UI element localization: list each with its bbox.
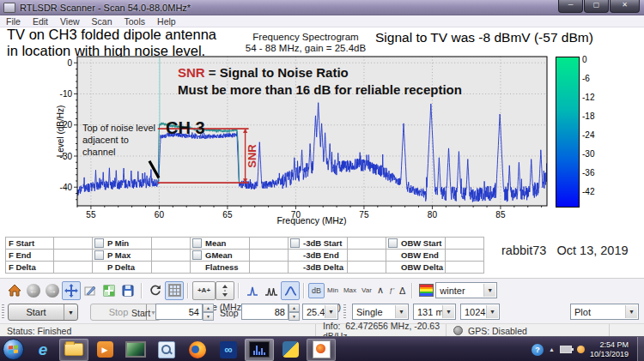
gain-arrow-icon: ▼ bbox=[325, 305, 337, 318]
save-icon[interactable] bbox=[118, 281, 137, 300]
dwell-select[interactable]: 131 ms ▼ bbox=[413, 304, 456, 320]
tray-help-icon[interactable]: ? bbox=[532, 344, 544, 356]
delta-button[interactable]: Δ bbox=[397, 283, 408, 298]
derivative-button[interactable]: ƒ' bbox=[386, 283, 397, 298]
meas-label-p-delta: P Delta bbox=[107, 262, 135, 272]
menu-item-tools[interactable]: Tools bbox=[118, 16, 152, 27]
colorbar-tick-label: -36 bbox=[582, 168, 594, 177]
colorbar bbox=[556, 57, 580, 208]
mode-select[interactable]: Single ▼ bbox=[352, 304, 409, 320]
show-desktop-button[interactable] bbox=[637, 337, 644, 361]
autorange-x-button[interactable]: +A+ bbox=[192, 281, 216, 300]
range-start-input[interactable]: 54 bbox=[155, 304, 203, 320]
taskbar-search-icon[interactable] bbox=[152, 339, 181, 361]
back-icon[interactable]: ← bbox=[24, 281, 43, 300]
tray-battery-icon[interactable] bbox=[560, 346, 572, 353]
tray-show-hidden-icons[interactable]: ▲ bbox=[549, 346, 555, 352]
refresh-icon[interactable] bbox=[146, 281, 165, 300]
menu-item-scan[interactable]: Scan bbox=[86, 16, 118, 27]
taskbar-firefox-icon[interactable] bbox=[183, 339, 212, 361]
checkbox-mean[interactable] bbox=[192, 238, 202, 248]
configure-subplots-icon[interactable] bbox=[100, 281, 118, 300]
checkbox-obw-start[interactable] bbox=[388, 238, 398, 248]
menu-item-help[interactable]: Help bbox=[151, 16, 182, 27]
meas-label-obw-end: OBW End bbox=[401, 250, 439, 260]
smoothing-icon[interactable] bbox=[281, 281, 300, 300]
min-trace-button[interactable]: Min bbox=[325, 283, 341, 298]
home-icon[interactable] bbox=[5, 281, 24, 300]
checkbox-p-max[interactable] bbox=[94, 250, 104, 260]
window-title: RTLSDR Scanner - Scan 54.0-88.0MHz* bbox=[20, 3, 191, 13]
meas-value-obw-start bbox=[445, 237, 484, 250]
table-row: F Delta bbox=[6, 262, 93, 274]
zoom-rect-icon[interactable] bbox=[81, 281, 100, 300]
minimize-button[interactable]: ─ bbox=[558, 0, 583, 13]
grid-toggle-icon[interactable] bbox=[165, 281, 184, 300]
controls-gripper[interactable] bbox=[343, 304, 346, 320]
taskbar-math-app-icon[interactable]: ∞ bbox=[214, 339, 243, 361]
display-select[interactable]: Plot ▼ bbox=[570, 304, 639, 320]
toolbar-gripper[interactable] bbox=[2, 304, 4, 320]
multi-peak-icon[interactable] bbox=[262, 281, 281, 300]
taskbar-photo-viewer-icon[interactable] bbox=[121, 339, 150, 361]
meas-value-mean bbox=[249, 237, 289, 250]
table-row: OBW End bbox=[386, 250, 484, 262]
taskbar-media-player-icon[interactable]: ▶ bbox=[90, 339, 119, 361]
table-row: Mean bbox=[191, 238, 289, 250]
peak-marker-icon[interactable] bbox=[243, 281, 262, 300]
pan-icon[interactable] bbox=[62, 281, 81, 300]
autorange-y-button[interactable] bbox=[216, 281, 234, 300]
table-row: -3dB End bbox=[289, 250, 386, 262]
peak-wedge-button[interactable]: ∧ bbox=[374, 283, 386, 298]
status-text: Status: Finished bbox=[0, 324, 316, 337]
start-dropdown-arrow-icon[interactable]: ▼ bbox=[64, 304, 77, 320]
taskbar-clock[interactable]: 2:54 PM 10/13/2019 bbox=[590, 340, 629, 358]
start-scan-button[interactable]: Start ▼ bbox=[8, 304, 78, 321]
svg-text:55: 55 bbox=[86, 210, 96, 220]
range-stop-input[interactable]: 88 bbox=[241, 304, 289, 320]
title-bar[interactable]: RTLSDR Scanner - Scan 54.0-88.0MHz* ─ ▢ … bbox=[0, 0, 644, 15]
meas-value-obw-delta bbox=[445, 261, 484, 274]
colormap-swatch-icon[interactable] bbox=[416, 281, 435, 300]
var-trace-button[interactable]: Var bbox=[359, 283, 374, 298]
checkbox-3db-start[interactable] bbox=[290, 238, 300, 248]
forward-icon[interactable]: → bbox=[43, 281, 62, 300]
app-icon bbox=[3, 3, 15, 13]
db-units-button[interactable]: dB bbox=[308, 283, 325, 298]
start-menu-button[interactable] bbox=[3, 339, 24, 360]
table-row: -3dB Start bbox=[289, 238, 386, 250]
taskbar-paint-app-icon[interactable] bbox=[307, 339, 336, 361]
svg-text:-10: -10 bbox=[60, 89, 73, 99]
maximize-button[interactable]: ▢ bbox=[584, 0, 609, 13]
taskbar-python-icon[interactable] bbox=[276, 339, 305, 361]
checkbox-gmean[interactable] bbox=[192, 250, 202, 260]
taskbar-internet-explorer-icon[interactable]: e bbox=[28, 339, 58, 361]
meas-value-flatness bbox=[249, 261, 289, 274]
snr-vertical-label: SNR bbox=[246, 144, 258, 168]
colormap-select[interactable]: winter ▼ bbox=[435, 282, 497, 298]
checkbox-p-min[interactable] bbox=[94, 238, 104, 248]
tray-notification-icon[interactable] bbox=[577, 346, 585, 353]
range-stop-spinner[interactable]: ▲▼ bbox=[289, 304, 300, 320]
menu-item-file[interactable]: File bbox=[0, 16, 27, 27]
max-trace-button[interactable]: Max bbox=[341, 283, 359, 298]
taskbar-file-explorer-icon[interactable] bbox=[59, 339, 88, 361]
taskbar: e ▶ ∞ ? ▲ 2:54 PM 10/13/2019 bbox=[0, 336, 644, 361]
start-scan-label: Start bbox=[9, 307, 64, 317]
table-row: GMean bbox=[191, 250, 289, 262]
colorbar-tick-label: -24 bbox=[582, 130, 594, 140]
controls-row: Start ▼ Stop ▼ Range (MHz) Start 54 ▲▼ S… bbox=[0, 301, 644, 324]
menu-item-view[interactable]: View bbox=[54, 16, 86, 27]
close-button[interactable]: ✕ bbox=[610, 0, 640, 13]
taskbar-rtlsdr-scanner-icon[interactable] bbox=[245, 339, 274, 361]
menu-item-edit[interactable]: Edit bbox=[27, 16, 54, 27]
meas-label-obw-delta: OBW Delta bbox=[401, 262, 443, 272]
fft-select[interactable]: 1024 ▼ bbox=[460, 304, 500, 320]
meas-value-3db-delta bbox=[347, 261, 386, 274]
clock-time: 2:54 PM bbox=[590, 340, 629, 350]
meas-label-p-min: P Min bbox=[107, 238, 129, 248]
svg-text:-30: -30 bbox=[60, 152, 73, 161]
mode-arrow-icon: ▼ bbox=[395, 305, 407, 318]
range-start-spinner[interactable]: ▲▼ bbox=[203, 304, 214, 320]
gain-select[interactable]: 25.4 ▼ bbox=[302, 304, 338, 320]
